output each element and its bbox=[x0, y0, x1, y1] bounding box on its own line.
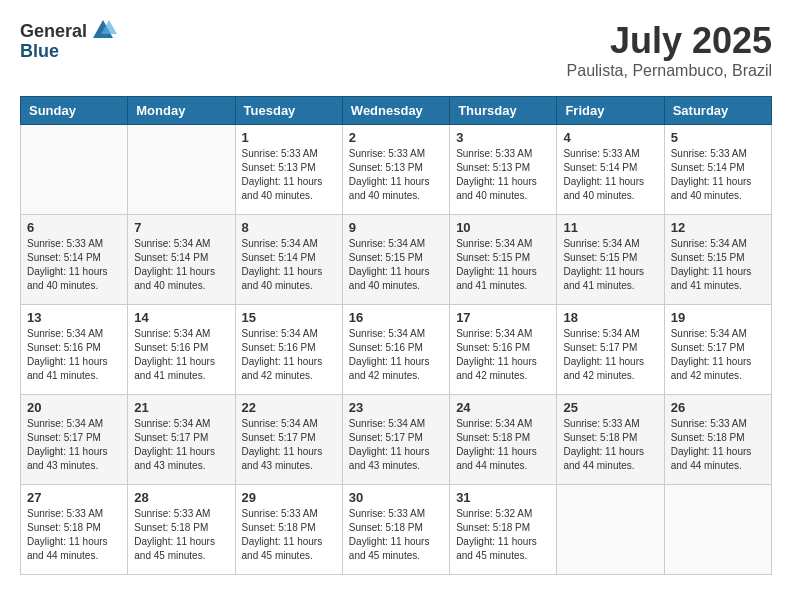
day-number: 9 bbox=[349, 220, 443, 235]
day-info: Sunrise: 5:34 AM Sunset: 5:15 PM Dayligh… bbox=[671, 237, 765, 293]
day-number: 12 bbox=[671, 220, 765, 235]
day-number: 28 bbox=[134, 490, 228, 505]
day-info: Sunrise: 5:33 AM Sunset: 5:18 PM Dayligh… bbox=[563, 417, 657, 473]
day-info: Sunrise: 5:33 AM Sunset: 5:18 PM Dayligh… bbox=[671, 417, 765, 473]
month-title: July 2025 bbox=[567, 20, 772, 62]
day-number: 29 bbox=[242, 490, 336, 505]
day-number: 6 bbox=[27, 220, 121, 235]
day-number: 25 bbox=[563, 400, 657, 415]
calendar-cell: 17Sunrise: 5:34 AM Sunset: 5:16 PM Dayli… bbox=[450, 305, 557, 395]
day-number: 27 bbox=[27, 490, 121, 505]
calendar-day-header: Wednesday bbox=[342, 97, 449, 125]
calendar-day-header: Saturday bbox=[664, 97, 771, 125]
calendar-cell: 11Sunrise: 5:34 AM Sunset: 5:15 PM Dayli… bbox=[557, 215, 664, 305]
calendar-cell: 12Sunrise: 5:34 AM Sunset: 5:15 PM Dayli… bbox=[664, 215, 771, 305]
day-number: 4 bbox=[563, 130, 657, 145]
day-number: 19 bbox=[671, 310, 765, 325]
day-number: 3 bbox=[456, 130, 550, 145]
calendar-week-row: 1Sunrise: 5:33 AM Sunset: 5:13 PM Daylig… bbox=[21, 125, 772, 215]
calendar-day-header: Monday bbox=[128, 97, 235, 125]
day-info: Sunrise: 5:33 AM Sunset: 5:18 PM Dayligh… bbox=[242, 507, 336, 563]
day-number: 11 bbox=[563, 220, 657, 235]
day-number: 15 bbox=[242, 310, 336, 325]
day-number: 20 bbox=[27, 400, 121, 415]
calendar-cell: 21Sunrise: 5:34 AM Sunset: 5:17 PM Dayli… bbox=[128, 395, 235, 485]
day-number: 2 bbox=[349, 130, 443, 145]
day-info: Sunrise: 5:33 AM Sunset: 5:13 PM Dayligh… bbox=[242, 147, 336, 203]
calendar-day-header: Thursday bbox=[450, 97, 557, 125]
calendar-cell bbox=[664, 485, 771, 575]
calendar-day-header: Tuesday bbox=[235, 97, 342, 125]
calendar-cell: 1Sunrise: 5:33 AM Sunset: 5:13 PM Daylig… bbox=[235, 125, 342, 215]
calendar-cell: 25Sunrise: 5:33 AM Sunset: 5:18 PM Dayli… bbox=[557, 395, 664, 485]
calendar-cell bbox=[557, 485, 664, 575]
calendar-day-header: Sunday bbox=[21, 97, 128, 125]
day-info: Sunrise: 5:34 AM Sunset: 5:16 PM Dayligh… bbox=[134, 327, 228, 383]
day-info: Sunrise: 5:34 AM Sunset: 5:16 PM Dayligh… bbox=[27, 327, 121, 383]
day-info: Sunrise: 5:34 AM Sunset: 5:17 PM Dayligh… bbox=[563, 327, 657, 383]
day-info: Sunrise: 5:33 AM Sunset: 5:13 PM Dayligh… bbox=[456, 147, 550, 203]
calendar-table: SundayMondayTuesdayWednesdayThursdayFrid… bbox=[20, 96, 772, 575]
calendar-week-row: 27Sunrise: 5:33 AM Sunset: 5:18 PM Dayli… bbox=[21, 485, 772, 575]
day-info: Sunrise: 5:33 AM Sunset: 5:14 PM Dayligh… bbox=[563, 147, 657, 203]
location-title: Paulista, Pernambuco, Brazil bbox=[567, 62, 772, 80]
calendar-cell: 6Sunrise: 5:33 AM Sunset: 5:14 PM Daylig… bbox=[21, 215, 128, 305]
calendar-header-row: SundayMondayTuesdayWednesdayThursdayFrid… bbox=[21, 97, 772, 125]
day-info: Sunrise: 5:34 AM Sunset: 5:15 PM Dayligh… bbox=[349, 237, 443, 293]
day-number: 13 bbox=[27, 310, 121, 325]
day-info: Sunrise: 5:34 AM Sunset: 5:18 PM Dayligh… bbox=[456, 417, 550, 473]
calendar-cell: 28Sunrise: 5:33 AM Sunset: 5:18 PM Dayli… bbox=[128, 485, 235, 575]
day-number: 14 bbox=[134, 310, 228, 325]
day-number: 10 bbox=[456, 220, 550, 235]
day-number: 16 bbox=[349, 310, 443, 325]
calendar-cell: 9Sunrise: 5:34 AM Sunset: 5:15 PM Daylig… bbox=[342, 215, 449, 305]
day-info: Sunrise: 5:33 AM Sunset: 5:13 PM Dayligh… bbox=[349, 147, 443, 203]
calendar-cell: 8Sunrise: 5:34 AM Sunset: 5:14 PM Daylig… bbox=[235, 215, 342, 305]
calendar-cell: 13Sunrise: 5:34 AM Sunset: 5:16 PM Dayli… bbox=[21, 305, 128, 395]
page-header: General Blue July 2025 Paulista, Pernamb… bbox=[20, 20, 772, 80]
day-number: 31 bbox=[456, 490, 550, 505]
day-number: 7 bbox=[134, 220, 228, 235]
day-number: 23 bbox=[349, 400, 443, 415]
day-info: Sunrise: 5:33 AM Sunset: 5:18 PM Dayligh… bbox=[134, 507, 228, 563]
logo: General Blue bbox=[20, 20, 117, 62]
day-info: Sunrise: 5:34 AM Sunset: 5:14 PM Dayligh… bbox=[134, 237, 228, 293]
day-number: 1 bbox=[242, 130, 336, 145]
calendar-day-header: Friday bbox=[557, 97, 664, 125]
calendar-cell: 4Sunrise: 5:33 AM Sunset: 5:14 PM Daylig… bbox=[557, 125, 664, 215]
calendar-cell: 16Sunrise: 5:34 AM Sunset: 5:16 PM Dayli… bbox=[342, 305, 449, 395]
day-info: Sunrise: 5:34 AM Sunset: 5:14 PM Dayligh… bbox=[242, 237, 336, 293]
day-number: 8 bbox=[242, 220, 336, 235]
calendar-cell: 26Sunrise: 5:33 AM Sunset: 5:18 PM Dayli… bbox=[664, 395, 771, 485]
calendar-cell bbox=[21, 125, 128, 215]
calendar-cell: 10Sunrise: 5:34 AM Sunset: 5:15 PM Dayli… bbox=[450, 215, 557, 305]
calendar-cell: 24Sunrise: 5:34 AM Sunset: 5:18 PM Dayli… bbox=[450, 395, 557, 485]
day-number: 21 bbox=[134, 400, 228, 415]
calendar-week-row: 6Sunrise: 5:33 AM Sunset: 5:14 PM Daylig… bbox=[21, 215, 772, 305]
day-number: 5 bbox=[671, 130, 765, 145]
calendar-cell: 31Sunrise: 5:32 AM Sunset: 5:18 PM Dayli… bbox=[450, 485, 557, 575]
title-block: July 2025 Paulista, Pernambuco, Brazil bbox=[567, 20, 772, 80]
logo-blue-text: Blue bbox=[20, 42, 117, 62]
calendar-cell: 19Sunrise: 5:34 AM Sunset: 5:17 PM Dayli… bbox=[664, 305, 771, 395]
calendar-cell: 23Sunrise: 5:34 AM Sunset: 5:17 PM Dayli… bbox=[342, 395, 449, 485]
day-info: Sunrise: 5:34 AM Sunset: 5:17 PM Dayligh… bbox=[349, 417, 443, 473]
day-number: 17 bbox=[456, 310, 550, 325]
calendar-cell: 15Sunrise: 5:34 AM Sunset: 5:16 PM Dayli… bbox=[235, 305, 342, 395]
calendar-cell: 5Sunrise: 5:33 AM Sunset: 5:14 PM Daylig… bbox=[664, 125, 771, 215]
calendar-cell: 27Sunrise: 5:33 AM Sunset: 5:18 PM Dayli… bbox=[21, 485, 128, 575]
calendar-cell: 7Sunrise: 5:34 AM Sunset: 5:14 PM Daylig… bbox=[128, 215, 235, 305]
day-info: Sunrise: 5:34 AM Sunset: 5:16 PM Dayligh… bbox=[242, 327, 336, 383]
calendar-cell: 18Sunrise: 5:34 AM Sunset: 5:17 PM Dayli… bbox=[557, 305, 664, 395]
day-info: Sunrise: 5:33 AM Sunset: 5:18 PM Dayligh… bbox=[27, 507, 121, 563]
day-info: Sunrise: 5:34 AM Sunset: 5:17 PM Dayligh… bbox=[27, 417, 121, 473]
day-number: 24 bbox=[456, 400, 550, 415]
day-info: Sunrise: 5:34 AM Sunset: 5:15 PM Dayligh… bbox=[456, 237, 550, 293]
calendar-cell: 2Sunrise: 5:33 AM Sunset: 5:13 PM Daylig… bbox=[342, 125, 449, 215]
logo-general-text: General bbox=[20, 22, 87, 42]
calendar-cell: 22Sunrise: 5:34 AM Sunset: 5:17 PM Dayli… bbox=[235, 395, 342, 485]
day-number: 22 bbox=[242, 400, 336, 415]
day-info: Sunrise: 5:34 AM Sunset: 5:17 PM Dayligh… bbox=[242, 417, 336, 473]
day-info: Sunrise: 5:34 AM Sunset: 5:15 PM Dayligh… bbox=[563, 237, 657, 293]
calendar-week-row: 13Sunrise: 5:34 AM Sunset: 5:16 PM Dayli… bbox=[21, 305, 772, 395]
